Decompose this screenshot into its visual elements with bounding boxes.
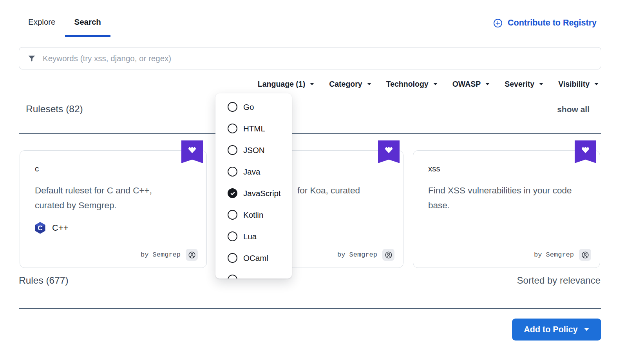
gem-icon [384, 146, 393, 154]
author-avatar [382, 249, 394, 261]
registry-page: Explore Search Contribute to Registry La… [0, 0, 644, 346]
ruleset-cards: c Default ruleset for C and C++, curated… [20, 150, 600, 268]
chevron-down-icon [594, 82, 599, 86]
language-option-html[interactable]: HTML [215, 118, 292, 139]
svg-text:C: C [38, 224, 42, 232]
language-option-label: OCaml [243, 253, 268, 263]
plus-circle-icon [493, 18, 503, 28]
card-description: for Koa, curated [297, 183, 360, 198]
ruleset-card-xss[interactable]: xss Find XSS vulnerabilities in your cod… [413, 150, 600, 268]
pro-ribbon [378, 140, 400, 163]
chevron-down-icon [485, 82, 490, 86]
contribute-label: Contribute to Registry [508, 18, 597, 28]
language-option-kotlin[interactable]: Kotlin [215, 204, 292, 226]
language-option-ocaml[interactable]: OCaml [215, 247, 292, 269]
card-author: by Semgrep [337, 251, 377, 259]
ruleset-card-c[interactable]: c Default ruleset for C and C++, curated… [20, 150, 207, 268]
author-avatar [186, 249, 198, 261]
rulesets-heading: Rulesets (82) [26, 104, 83, 115]
search-input[interactable] [43, 54, 593, 63]
filter-owasp-label: OWASP [452, 80, 481, 89]
tab-explore-label: Explore [28, 17, 56, 26]
card-description: Find XSS vulnerabilities in your code ba… [428, 183, 576, 213]
author-avatar [579, 249, 591, 261]
language-option-label: HTML [243, 124, 265, 133]
tab-search-label: Search [74, 17, 101, 26]
person-circle-icon [385, 251, 393, 259]
radio-icon [228, 231, 237, 241]
chevron-down-icon [309, 82, 315, 86]
person-circle-icon [581, 251, 589, 259]
radio-icon [228, 275, 237, 279]
add-to-policy-label: Add to Policy [524, 325, 577, 335]
language-option-lua[interactable]: Lua [215, 226, 292, 247]
rules-divider [19, 308, 601, 309]
keyword-search-box [19, 47, 601, 69]
card-title: c [35, 164, 192, 173]
chevron-down-icon [584, 328, 590, 331]
pro-ribbon [181, 140, 203, 163]
radio-icon [228, 210, 237, 220]
radio-icon [228, 102, 237, 112]
filter-technology[interactable]: Technology [386, 80, 438, 89]
card-author: by Semgrep [141, 251, 181, 259]
radio-icon [228, 124, 237, 133]
language-option-go[interactable]: Go [215, 96, 292, 118]
language-option-java[interactable]: Java [215, 161, 292, 182]
filter-technology-label: Technology [386, 80, 429, 89]
language-chip-label: C++ [52, 223, 69, 233]
language-chip: C C++ [35, 222, 192, 234]
language-option-label: Java [243, 167, 260, 177]
card-footer: by Semgrep [337, 249, 394, 261]
card-footer: by Semgrep [534, 249, 591, 261]
filter-visibility[interactable]: Visibility [558, 80, 599, 89]
filter-visibility-label: Visibility [558, 80, 590, 89]
chevron-down-icon [433, 82, 438, 86]
filter-owasp[interactable]: OWASP [452, 80, 490, 89]
filter-severity[interactable]: Severity [505, 80, 544, 89]
language-option-partial [215, 269, 292, 279]
filter-funnel-icon [27, 54, 36, 63]
card-author: by Semgrep [534, 251, 574, 259]
rulesets-divider [19, 133, 601, 134]
filter-severity-label: Severity [505, 80, 534, 89]
language-option-label: Lua [243, 232, 257, 241]
gem-icon [188, 146, 197, 154]
card-footer: by Semgrep [141, 249, 198, 261]
cpp-logo-icon: C [35, 222, 45, 234]
radio-checked-icon [228, 188, 237, 198]
show-all-link[interactable]: show all [557, 105, 590, 114]
check-icon [230, 191, 235, 196]
radio-icon [228, 253, 237, 263]
tab-search[interactable]: Search [65, 11, 110, 36]
chevron-down-icon [539, 82, 544, 86]
language-option-json[interactable]: JSON [215, 139, 292, 161]
language-option-label: Kotlin [243, 210, 263, 220]
add-to-policy-button[interactable]: Add to Policy [512, 319, 601, 341]
language-option-label: JavaScript [243, 189, 281, 198]
filter-language[interactable]: Language (1) [258, 80, 315, 89]
rules-header-row: Rules (677) Sorted by relevance [19, 275, 601, 286]
person-circle-icon [188, 251, 196, 259]
sorted-by-label: Sorted by relevance [517, 275, 601, 286]
gem-icon [581, 146, 590, 154]
pro-ribbon [575, 140, 596, 163]
language-option-javascript[interactable]: JavaScript [215, 182, 292, 204]
card-title: xss [428, 164, 585, 173]
rulesets-header-row: Rulesets (82) show all [19, 104, 601, 115]
rules-heading: Rules (677) [19, 275, 69, 286]
chevron-down-icon [367, 82, 372, 86]
language-option-label: Go [243, 102, 254, 112]
filter-language-label: Language (1) [258, 80, 305, 89]
tab-explore[interactable]: Explore [19, 11, 65, 36]
language-dropdown-menu: Go HTML JSON Java JavaScript [215, 93, 292, 279]
contribute-to-registry-link[interactable]: Contribute to Registry [493, 18, 597, 28]
filter-row: Language (1) Category Technology OWASP S… [19, 80, 601, 89]
tabs-bar: Explore Search Contribute to Registry [19, 11, 601, 36]
language-option-label: JSON [243, 146, 265, 155]
radio-icon [228, 145, 237, 155]
card-description: Default ruleset for C and C++, curated b… [35, 183, 183, 213]
filter-category-label: Category [329, 80, 362, 89]
radio-icon [228, 167, 237, 177]
filter-category[interactable]: Category [329, 80, 372, 89]
